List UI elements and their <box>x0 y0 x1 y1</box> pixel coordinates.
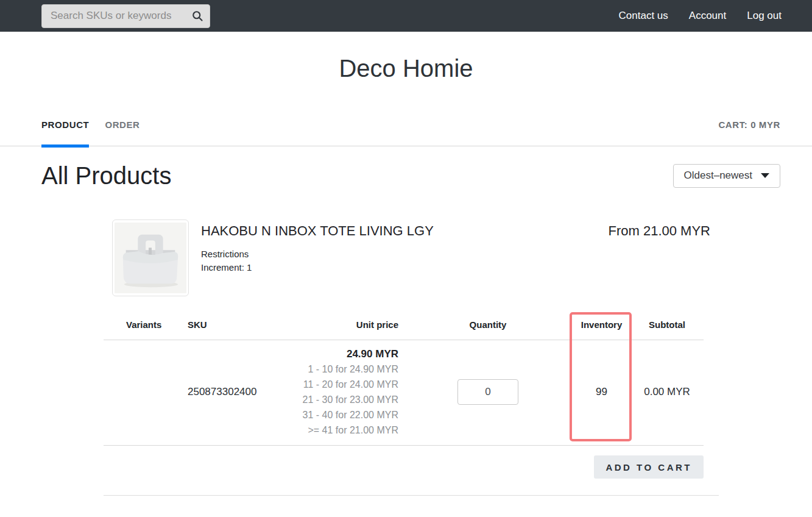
product-name: HAKOBU N INBOX TOTE LIVING LGY <box>201 223 434 239</box>
column-header-inventory: Inventory <box>573 319 630 330</box>
increment-label: Increment: 1 <box>201 261 434 274</box>
search-icon[interactable] <box>191 10 203 22</box>
search-input[interactable] <box>51 10 191 22</box>
sku-cell: 250873302400 <box>177 386 262 398</box>
search-box[interactable] <box>41 4 210 28</box>
price-tier: 11 - 20 for 24.00 MYR <box>262 377 398 392</box>
product-image <box>112 219 189 296</box>
table-header-row: Variants SKU Unit price Quantity Invento… <box>104 315 704 340</box>
topbar: Contact us Account Log out <box>0 0 812 32</box>
unit-price-cell: 24.90 MYR 1 - 10 for 24.90 MYR 11 - 20 f… <box>262 346 403 438</box>
bottom-divider <box>104 495 719 496</box>
column-header-variants: Variants <box>104 319 177 330</box>
product-card: HAKOBU N INBOX TOTE LIVING LGY Restricti… <box>104 219 750 496</box>
price-from: From 21.00 MYR <box>609 219 711 296</box>
price-tier: 21 - 30 for 23.00 MYR <box>262 392 398 407</box>
subtotal-value: 0.00 MYR <box>630 386 704 398</box>
tab-order[interactable]: ORDER <box>105 107 139 146</box>
topbar-link-account[interactable]: Account <box>689 10 726 22</box>
store-title: Deco Homie <box>0 54 812 83</box>
column-header-subtotal: Subtotal <box>630 319 704 330</box>
tab-product[interactable]: PRODUCT <box>41 107 89 146</box>
sort-dropdown[interactable]: Oldest–newest <box>673 164 780 188</box>
topbar-link-log-out[interactable]: Log out <box>747 10 782 22</box>
main-content: All Products Oldest–newest HAKOBU N <box>0 161 812 496</box>
quantity-cell <box>403 379 573 405</box>
variant-table: Variants SKU Unit price Quantity Invento… <box>104 315 704 446</box>
topbar-links: Contact us Account Log out <box>619 10 782 22</box>
chevron-down-icon <box>761 173 769 178</box>
quantity-input[interactable] <box>457 379 518 405</box>
topbar-link-contact-us[interactable]: Contact us <box>619 10 668 22</box>
column-header-sku: SKU <box>177 319 262 330</box>
column-header-quantity: Quantity <box>403 319 573 330</box>
storage-caddy-illustration <box>115 222 186 294</box>
tabbar: PRODUCT ORDER CART: 0 MYR <box>0 107 812 146</box>
cart-total[interactable]: CART: 0 MYR <box>718 107 780 146</box>
table-row: 250873302400 24.90 MYR 1 - 10 for 24.90 … <box>104 340 704 446</box>
add-to-cart-button[interactable]: ADD TO CART <box>594 455 704 479</box>
inventory-value: 99 <box>573 386 630 398</box>
price-tier: 1 - 10 for 24.90 MYR <box>262 362 398 377</box>
price-tier: >= 41 for 21.00 MYR <box>262 423 398 438</box>
restrictions-label: Restrictions <box>201 248 434 261</box>
column-header-unit-price: Unit price <box>262 319 403 330</box>
sort-dropdown-value: Oldest–newest <box>684 169 752 182</box>
price-tier: 31 - 40 for 22.00 MYR <box>262 407 398 423</box>
unit-price-main: 24.90 MYR <box>262 346 398 362</box>
page-title: All Products <box>41 161 171 190</box>
